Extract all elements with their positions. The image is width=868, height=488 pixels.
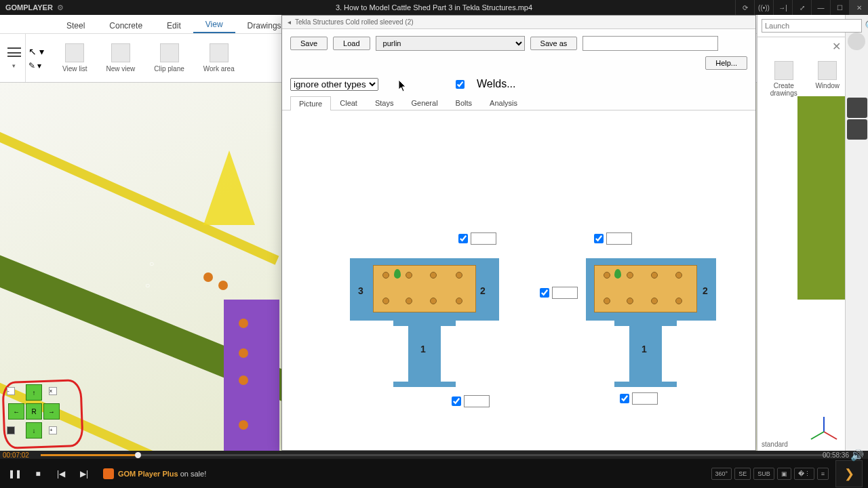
tab-stays[interactable]: Stays bbox=[366, 96, 403, 110]
video-title: 3. How to Model Cattle Shed Part 3 in Te… bbox=[336, 3, 532, 12]
dim-left-check-r[interactable] bbox=[540, 288, 549, 298]
prev-button[interactable]: |◀ bbox=[52, 464, 71, 483]
close-icon[interactable]: ✕ bbox=[849, 0, 868, 15]
next-button[interactable]: ▶| bbox=[75, 464, 94, 483]
mouse-cursor-icon bbox=[399, 80, 407, 92]
selection-cone-icon bbox=[203, 150, 255, 225]
icon-d[interactable]: ⤢ bbox=[792, 0, 811, 15]
settings-icon[interactable]: �⋮ bbox=[794, 468, 814, 480]
preset-select[interactable]: purlin bbox=[376, 36, 525, 51]
video-frame: Steel Concrete Edit View Drawings & repo… bbox=[0, 15, 845, 451]
welds-checkbox[interactable] bbox=[456, 80, 465, 89]
badge-360[interactable]: 360° bbox=[711, 468, 732, 480]
pause-button[interactable]: ❚❚ bbox=[5, 464, 24, 483]
seek-bar[interactable]: 00:07:02 00:58:36 🔊 bbox=[0, 451, 868, 459]
load-button[interactable]: Load bbox=[333, 37, 370, 50]
search-icon[interactable]: 🔍 bbox=[862, 20, 868, 33]
titlebar: GOMPLAYER ⚙ 3. How to Model Cattle Shed … bbox=[0, 0, 868, 15]
dialog-title: ◂ Tekla Structures Cold rolled sleeved (… bbox=[282, 16, 755, 29]
ribbon-tab-view[interactable]: View bbox=[193, 16, 235, 33]
minimize-icon[interactable]: — bbox=[811, 0, 830, 15]
nav-right[interactable]: → bbox=[43, 403, 60, 420]
dim-left-input-r[interactable] bbox=[552, 287, 578, 299]
dim-top-check-r[interactable] bbox=[594, 234, 604, 243]
diagram-left: 3 2 1 bbox=[343, 232, 513, 415]
ribbon-tab-steel[interactable]: Steel bbox=[54, 17, 97, 33]
nav-left[interactable]: ← bbox=[8, 403, 24, 420]
dim-top-input-r[interactable] bbox=[606, 232, 632, 245]
panel-close-icon[interactable]: ✕ bbox=[757, 37, 845, 56]
screenshot-icon[interactable]: ▣ bbox=[777, 468, 791, 480]
nav-small-x[interactable]: x bbox=[49, 387, 57, 395]
dim-bot-input-l[interactable] bbox=[464, 395, 490, 407]
tab-cleat[interactable]: Cleat bbox=[331, 96, 366, 110]
playlist-icon[interactable]: ≡ bbox=[817, 468, 829, 480]
tool-new-view[interactable]: New view bbox=[97, 41, 145, 75]
cursor-tool-icon[interactable]: ↖ ▾ bbox=[28, 46, 50, 57]
next-arrow-button[interactable]: ❯ bbox=[835, 460, 863, 487]
app-name: GOMPLAYER bbox=[0, 3, 53, 12]
diagram-right: 2 1 bbox=[540, 232, 730, 415]
time-total: 00:58:36 bbox=[823, 451, 849, 459]
axis-gizmo-icon[interactable] bbox=[807, 405, 841, 439]
stop-button[interactable]: ■ bbox=[28, 464, 47, 483]
welds-button[interactable]: Welds... bbox=[469, 77, 524, 92]
dim-bot-input-r[interactable] bbox=[632, 392, 658, 405]
badge-se[interactable]: SE bbox=[734, 468, 751, 480]
dim-top-input-l[interactable] bbox=[471, 232, 496, 245]
dialog-body: 3 2 1 2 1 bbox=[282, 110, 755, 450]
maximize-icon[interactable]: ☐ bbox=[830, 0, 849, 15]
tool-work-area[interactable]: Work area bbox=[194, 41, 244, 75]
volume-icon[interactable]: 🔊 bbox=[850, 449, 864, 462]
bottom-label: standard bbox=[762, 441, 788, 448]
hamburger-icon[interactable] bbox=[7, 47, 21, 57]
right-panel: 🔍 ✕ Create drawings Window standard bbox=[757, 15, 845, 451]
side-tool-2[interactable] bbox=[847, 119, 867, 140]
nav-small-4[interactable]: + bbox=[49, 426, 57, 434]
nav-small-3[interactable] bbox=[7, 426, 15, 434]
side-tool-1[interactable] bbox=[847, 98, 867, 118]
promo-banner[interactable]: GOM Player Plus on sale! bbox=[103, 468, 206, 479]
right-icon-column bbox=[845, 15, 868, 451]
navigation-widget[interactable]: - x ↑ ← R → ↓ + bbox=[3, 380, 83, 448]
save-button[interactable]: Save bbox=[290, 37, 328, 50]
ribbon-tab-concrete[interactable]: Concrete bbox=[97, 17, 155, 33]
tool-clip-plane[interactable]: Clip plane bbox=[144, 41, 193, 75]
connection-dialog: ◂ Tekla Structures Cold rolled sleeved (… bbox=[281, 15, 756, 451]
ribbon-tab-edit[interactable]: Edit bbox=[155, 17, 193, 33]
model-preview bbox=[797, 96, 845, 300]
save-as-input[interactable] bbox=[583, 36, 718, 51]
seek-knob[interactable] bbox=[135, 452, 141, 458]
brush-tool-icon[interactable]: ✎ ▾ bbox=[28, 61, 50, 70]
gear-icon[interactable]: ⚙ bbox=[57, 3, 64, 12]
window-controls: ⟳ ((•)) →| ⤢ — ☐ ✕ bbox=[735, 0, 868, 15]
dim-bot-check-l[interactable] bbox=[452, 396, 461, 406]
icon-b[interactable]: ((•)) bbox=[754, 0, 773, 15]
tool-create-drawings[interactable]: Create drawings bbox=[757, 56, 810, 102]
dim-bot-check-r[interactable] bbox=[620, 394, 629, 403]
nav-small-1[interactable]: - bbox=[7, 387, 15, 395]
tab-general[interactable]: General bbox=[402, 96, 446, 110]
icon-a[interactable]: ⟳ bbox=[735, 0, 754, 15]
avatar[interactable] bbox=[848, 33, 865, 50]
time-current: 00:07:02 bbox=[3, 451, 29, 459]
ignore-types-select[interactable]: ignore other types bbox=[290, 78, 378, 91]
gom-logo-icon bbox=[103, 468, 114, 479]
tab-analysis[interactable]: Analysis bbox=[481, 96, 526, 110]
save-as-button[interactable]: Save as bbox=[530, 37, 578, 50]
dialog-tabs: Picture Cleat Stays General Bolts Analys… bbox=[282, 96, 755, 110]
hamburger-strip[interactable]: ▾ bbox=[3, 34, 26, 82]
dialog-toolbar: Save Load purlin Save as Help... bbox=[282, 29, 755, 77]
nav-up[interactable]: ↑ bbox=[26, 384, 42, 401]
help-button[interactable]: Help... bbox=[705, 56, 747, 70]
tool-view-list[interactable]: View list bbox=[53, 41, 97, 75]
launch-search-input[interactable] bbox=[762, 19, 862, 33]
icon-c[interactable]: →| bbox=[773, 0, 792, 15]
badge-sub[interactable]: SUB bbox=[753, 468, 774, 480]
tab-picture[interactable]: Picture bbox=[290, 96, 331, 110]
nav-reset[interactable]: R bbox=[26, 403, 42, 420]
dim-top-check-l[interactable] bbox=[458, 234, 468, 243]
tab-bolts[interactable]: Bolts bbox=[447, 96, 481, 110]
tool-window[interactable]: Window bbox=[810, 56, 845, 102]
nav-down[interactable]: ↓ bbox=[26, 422, 42, 439]
